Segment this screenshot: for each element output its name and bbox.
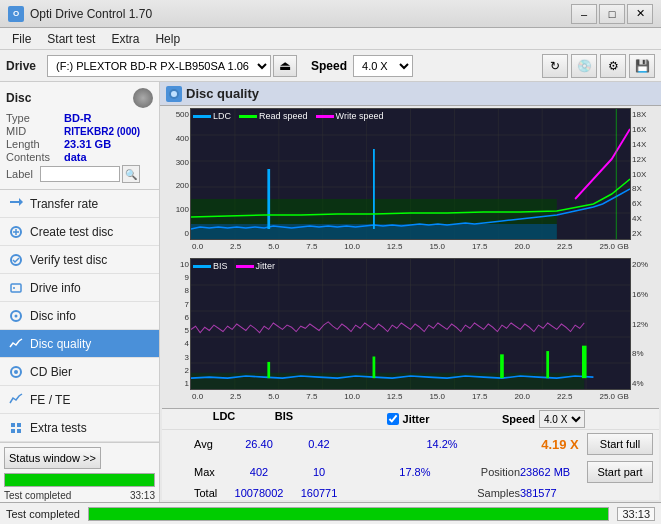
disc-button[interactable]: 💿	[571, 54, 597, 78]
chart1-x-25: 25.0 GB	[600, 242, 629, 256]
chart2-x-17.5: 17.5	[472, 392, 488, 406]
chart2-y-8: 8	[163, 286, 189, 295]
stats-samples-label: Samples	[477, 487, 520, 499]
legend-ldc-label: LDC	[213, 111, 231, 121]
speed-label: Speed	[311, 59, 347, 73]
stats-avg-speed: 4.19 X	[535, 437, 585, 452]
chart2-x-22.5: 22.5	[557, 392, 573, 406]
drive-select[interactable]: (F:) PLEXTOR BD-R PX-LB950SA 1.06	[47, 55, 271, 77]
stats-area: LDC BIS Jitter Speed 4.0 X	[162, 408, 659, 500]
create-test-icon	[8, 224, 24, 240]
sidebar-label-disc-info: Disc info	[30, 309, 76, 323]
stats-speed-select[interactable]: 4.0 X	[539, 410, 585, 428]
minimize-button[interactable]: –	[571, 4, 597, 24]
sidebar-item-disc-quality[interactable]: Disc quality	[0, 330, 159, 358]
start-full-button[interactable]: Start full	[587, 433, 653, 455]
chart1-y-0: 0	[163, 229, 189, 238]
menu-help[interactable]: Help	[147, 30, 188, 48]
sidebar-item-fe-te[interactable]: FE / TE	[0, 386, 159, 414]
chart2-x-20: 20.0	[514, 392, 530, 406]
sidebar-item-transfer-rate[interactable]: Transfer rate	[0, 190, 159, 218]
fe-te-icon	[8, 392, 24, 408]
svg-point-11	[14, 370, 18, 374]
sidebar-item-drive-info[interactable]: Drive info	[0, 274, 159, 302]
maximize-button[interactable]: □	[599, 4, 625, 24]
settings-button[interactable]: ⚙	[600, 54, 626, 78]
sidebar-item-extra-tests[interactable]: Extra tests	[0, 414, 159, 442]
chart2-yr-16: 16%	[632, 290, 658, 299]
quality-header: Disc quality	[160, 82, 661, 106]
chart2-x-5: 5.0	[268, 392, 279, 406]
stats-total-bis: 160771	[289, 487, 349, 499]
chart1-yr-18x: 18X	[632, 110, 658, 119]
legend-write-label: Write speed	[336, 111, 384, 121]
close-button[interactable]: ✕	[627, 4, 653, 24]
disc-mid-label: MID	[6, 125, 64, 137]
legend-write-color	[316, 115, 334, 118]
chart2-x-12.5: 12.5	[387, 392, 403, 406]
chart1-x-22.5: 22.5	[557, 242, 573, 256]
sidebar-label-create-test-disc: Create test disc	[30, 225, 113, 239]
chart1-yr-8x: 8X	[632, 184, 658, 193]
sidebar-label-drive-info: Drive info	[30, 281, 81, 295]
chart1-yr-12x: 12X	[632, 155, 658, 164]
svg-marker-1	[19, 198, 23, 206]
legend-read-label: Read speed	[259, 111, 308, 121]
svg-rect-15	[17, 429, 21, 433]
disc-icon	[133, 88, 153, 108]
stats-avg-jitter: 14.2%	[349, 438, 535, 450]
disc-label-input[interactable]	[40, 166, 120, 182]
disc-info-icon	[8, 308, 24, 324]
jitter-checkbox[interactable]	[387, 413, 399, 425]
sidebar-item-disc-info[interactable]: Disc info	[0, 302, 159, 330]
save-button[interactable]: 💾	[629, 54, 655, 78]
stats-position-label: Position	[481, 466, 520, 478]
speed-select[interactable]: 4.0 X	[353, 55, 413, 77]
stats-position-value: 23862 MB	[520, 466, 585, 478]
stats-avg-ldc: 26.40	[229, 438, 289, 450]
eject-button[interactable]: ⏏	[273, 55, 297, 77]
chart2-svg	[191, 259, 630, 389]
charts-area: 500 400 300 200 100 0 LDC	[160, 106, 661, 502]
sidebar-status-text: Test completed	[4, 490, 71, 501]
drive-selector[interactable]: (F:) PLEXTOR BD-R PX-LB950SA 1.06 ⏏	[47, 55, 297, 77]
sidebar-item-create-test-disc[interactable]: Create test disc	[0, 218, 159, 246]
svg-point-7	[13, 287, 15, 289]
drive-info-icon	[8, 280, 24, 296]
chart1-y-200: 200	[163, 181, 189, 190]
disc-panel: Disc Type BD-R MID RITEKBR2 (000) Length…	[0, 82, 159, 190]
legend-bis-label: BIS	[213, 261, 228, 271]
chart1-x-7.5: 7.5	[306, 242, 317, 256]
sidebar-label-fe-te: FE / TE	[30, 393, 70, 407]
start-part-button[interactable]: Start part	[587, 461, 653, 483]
legend-jitter-color	[236, 265, 254, 268]
chart2-x-2.5: 2.5	[230, 392, 241, 406]
quality-title: Disc quality	[186, 86, 259, 101]
chart1-x-0: 0.0	[192, 242, 203, 256]
extra-tests-icon	[8, 420, 24, 436]
sidebar-item-cd-bier[interactable]: CD Bier	[0, 358, 159, 386]
chart2-y-2: 2	[163, 366, 189, 375]
stats-max-bis: 10	[289, 466, 349, 478]
menu-start-test[interactable]: Start test	[39, 30, 103, 48]
chart2-y-6: 6	[163, 313, 189, 322]
chart2-legend: BIS Jitter	[193, 261, 275, 271]
chart2-y-1: 1	[163, 379, 189, 388]
cd-bier-icon	[8, 364, 24, 380]
drive-bar: Drive (F:) PLEXTOR BD-R PX-LB950SA 1.06 …	[0, 50, 661, 82]
disc-label-key: Label	[6, 168, 38, 180]
chart1-x-12.5: 12.5	[387, 242, 403, 256]
app-title: Opti Drive Control 1.70	[30, 7, 152, 21]
chart1-x-2.5: 2.5	[230, 242, 241, 256]
stats-header-speed: Speed	[502, 413, 535, 425]
chart1-yr-2x: 2X	[632, 229, 658, 238]
disc-label-button[interactable]: 🔍	[122, 165, 140, 183]
bottom-status-text: Test completed	[6, 508, 80, 520]
menu-extra[interactable]: Extra	[103, 30, 147, 48]
status-window-button[interactable]: Status window >>	[4, 447, 101, 469]
chart1-yr-14x: 14X	[632, 140, 658, 149]
menu-file[interactable]: File	[4, 30, 39, 48]
chart1-x-5: 5.0	[268, 242, 279, 256]
sidebar-item-verify-test-disc[interactable]: Verify test disc	[0, 246, 159, 274]
refresh-button[interactable]: ↻	[542, 54, 568, 78]
